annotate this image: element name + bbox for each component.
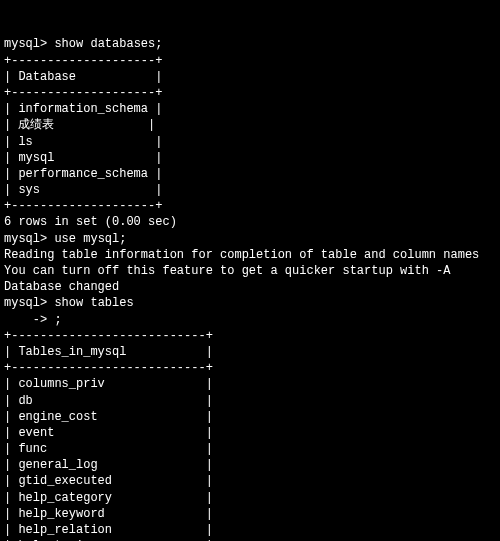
- prompt: mysql>: [4, 296, 47, 310]
- table-border: +---------------------------+: [4, 360, 496, 376]
- prompt: mysql>: [4, 37, 47, 51]
- cmd-line: mysql> use mysql;: [4, 231, 496, 247]
- table-row: | mysql |: [4, 150, 496, 166]
- table-border: +---------------------------+: [4, 328, 496, 344]
- cmd-line: mysql> show databases;: [4, 36, 496, 52]
- table-row: | help_category |: [4, 490, 496, 506]
- table-row: | performance_schema |: [4, 166, 496, 182]
- cont-prompt: ->: [4, 313, 54, 327]
- table-row: | columns_priv |: [4, 376, 496, 392]
- info-msg: Database changed: [4, 279, 496, 295]
- table-border: +--------------------+: [4, 198, 496, 214]
- table-row: | general_log |: [4, 457, 496, 473]
- table-row: | help_relation |: [4, 522, 496, 538]
- info-msg: You can turn off this feature to get a q…: [4, 263, 496, 279]
- table-row: | engine_cost |: [4, 409, 496, 425]
- info-msg: Reading table information for completion…: [4, 247, 496, 263]
- table-row: | help_keyword |: [4, 506, 496, 522]
- command: ;: [54, 313, 61, 327]
- command: show tables: [54, 296, 133, 310]
- table-row: | event |: [4, 425, 496, 441]
- table-row: | gtid_executed |: [4, 473, 496, 489]
- prompt: mysql>: [4, 232, 47, 246]
- table-header: | Tables_in_mysql |: [4, 344, 496, 360]
- cmd-line: mysql> show tables: [4, 295, 496, 311]
- rows-count: 6 rows in set (0.00 sec): [4, 214, 496, 230]
- command: show databases;: [54, 37, 162, 51]
- table-row: | func |: [4, 441, 496, 457]
- table-row: | 成绩表 |: [4, 117, 496, 133]
- table-row: | ls |: [4, 134, 496, 150]
- cont-line: -> ;: [4, 312, 496, 328]
- table-border: +--------------------+: [4, 85, 496, 101]
- terminal-output: mysql> show databases;+-----------------…: [4, 36, 496, 541]
- table-border: +--------------------+: [4, 53, 496, 69]
- command: use mysql;: [54, 232, 126, 246]
- table-row: | information_schema |: [4, 101, 496, 117]
- table-row: | sys |: [4, 182, 496, 198]
- table-header: | Database |: [4, 69, 496, 85]
- table-row: | db |: [4, 393, 496, 409]
